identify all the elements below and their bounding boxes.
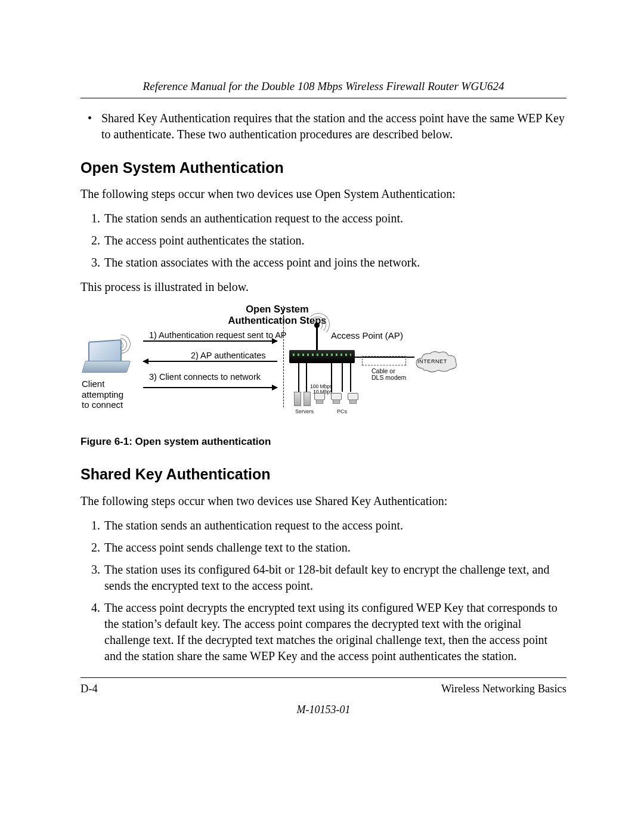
shared-lead: The following steps occur when two devic… [80, 493, 566, 509]
open-lead: The following steps occur when two devic… [80, 186, 566, 202]
intro-bullet-list: Shared Key Authentication requires that … [80, 110, 566, 143]
list-item: The station sends an authentication requ… [103, 210, 566, 227]
open-steps: The station sends an authentication requ… [80, 210, 566, 271]
page: Reference Manual for the Double 108 Mbps… [0, 0, 644, 833]
modem-label: Cable or DLS modem [371, 368, 406, 381]
pcs-label: PCs [337, 408, 347, 415]
list-item: The access point decrypts the encrypted … [103, 600, 566, 664]
footer: D-4 Wireless Networking Basics [80, 682, 566, 696]
internet-label: INTERNET [417, 358, 447, 365]
intro-bullet: Shared Key Authentication requires that … [80, 110, 566, 143]
heading-shared-key: Shared Key Authentication [80, 465, 566, 485]
router-icon [289, 350, 355, 363]
list-item: The access point authenticates the stati… [103, 233, 566, 249]
client-label: Client attempting to connect [82, 379, 123, 410]
eth-line [350, 363, 351, 392]
step1-label: 1) Authentication request sent to AP [149, 330, 287, 342]
figure-caption: Figure 6-1: Open system authentication [80, 435, 566, 449]
step3-label: 3) Client connects to network [149, 371, 261, 383]
servers-label: Servers [295, 408, 314, 415]
figure-title-line1: Open System [246, 304, 308, 314]
figure-divider [283, 306, 284, 407]
shared-steps: The station sends an authentication requ… [80, 518, 566, 664]
eth-line [342, 363, 343, 392]
pcs-icon [314, 393, 358, 404]
list-item: The station uses its configured 64-bit o… [103, 562, 566, 594]
heading-open-system: Open System Authentication [80, 158, 566, 178]
open-tail: This process is illustrated in below. [80, 279, 566, 295]
list-item: The station associates with the access p… [103, 255, 566, 271]
eth-line [306, 363, 307, 392]
arrow-step3 [143, 387, 277, 388]
modem-icon [362, 356, 406, 366]
running-header: Reference Manual for the Double 108 Mbps… [80, 79, 566, 94]
header-rule [80, 98, 566, 98]
figure-open-system-auth: Open System Authentication Steps Client … [80, 304, 474, 426]
servers-icon [294, 392, 311, 406]
list-item: The station sends an authentication requ… [103, 518, 566, 534]
footer-rule [80, 677, 566, 678]
section-title: Wireless Networking Basics [441, 682, 566, 696]
wifi-waves-icon [116, 331, 140, 355]
page-number: D-4 [80, 682, 98, 696]
eth-line [298, 363, 299, 392]
document-number: M-10153-01 [80, 702, 566, 717]
list-item: The access point sends challenge text to… [103, 540, 566, 556]
ap-wifi-waves-icon [307, 309, 331, 333]
step2-label: 2) AP authenticates [191, 350, 266, 362]
ap-label: Access Point (AP) [331, 330, 403, 342]
